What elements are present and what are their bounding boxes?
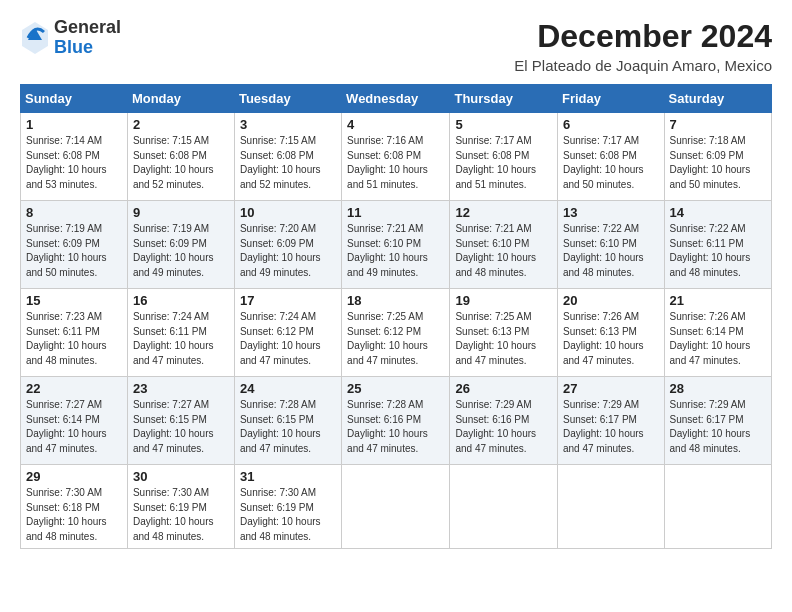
day-info: Sunrise: 7:19 AMSunset: 6:09 PMDaylight:… [133, 222, 229, 280]
day-info: Sunrise: 7:25 AMSunset: 6:12 PMDaylight:… [347, 310, 444, 368]
day-info: Sunrise: 7:30 AMSunset: 6:18 PMDaylight:… [26, 486, 122, 544]
calendar-cell: 18Sunrise: 7:25 AMSunset: 6:12 PMDayligh… [342, 289, 450, 377]
day-number: 18 [347, 293, 444, 308]
calendar-cell: 24Sunrise: 7:28 AMSunset: 6:15 PMDayligh… [234, 377, 341, 465]
day-info: Sunrise: 7:22 AMSunset: 6:11 PMDaylight:… [670, 222, 766, 280]
day-info: Sunrise: 7:29 AMSunset: 6:16 PMDaylight:… [455, 398, 552, 456]
day-number: 7 [670, 117, 766, 132]
logo-icon [20, 20, 50, 56]
calendar-cell: 16Sunrise: 7:24 AMSunset: 6:11 PMDayligh… [127, 289, 234, 377]
day-number: 23 [133, 381, 229, 396]
calendar-cell: 27Sunrise: 7:29 AMSunset: 6:17 PMDayligh… [558, 377, 665, 465]
day-info: Sunrise: 7:29 AMSunset: 6:17 PMDaylight:… [563, 398, 659, 456]
calendar-row-4: 22Sunrise: 7:27 AMSunset: 6:14 PMDayligh… [21, 377, 772, 465]
day-info: Sunrise: 7:25 AMSunset: 6:13 PMDaylight:… [455, 310, 552, 368]
day-number: 4 [347, 117, 444, 132]
calendar-cell [664, 465, 771, 549]
day-info: Sunrise: 7:28 AMSunset: 6:15 PMDaylight:… [240, 398, 336, 456]
calendar-cell: 7Sunrise: 7:18 AMSunset: 6:09 PMDaylight… [664, 113, 771, 201]
calendar-cell: 14Sunrise: 7:22 AMSunset: 6:11 PMDayligh… [664, 201, 771, 289]
day-info: Sunrise: 7:15 AMSunset: 6:08 PMDaylight:… [240, 134, 336, 192]
calendar-cell: 15Sunrise: 7:23 AMSunset: 6:11 PMDayligh… [21, 289, 128, 377]
calendar-cell: 20Sunrise: 7:26 AMSunset: 6:13 PMDayligh… [558, 289, 665, 377]
calendar-cell: 17Sunrise: 7:24 AMSunset: 6:12 PMDayligh… [234, 289, 341, 377]
calendar-header-row: SundayMondayTuesdayWednesdayThursdayFrid… [21, 85, 772, 113]
day-info: Sunrise: 7:26 AMSunset: 6:13 PMDaylight:… [563, 310, 659, 368]
day-number: 2 [133, 117, 229, 132]
day-info: Sunrise: 7:16 AMSunset: 6:08 PMDaylight:… [347, 134, 444, 192]
day-info: Sunrise: 7:19 AMSunset: 6:09 PMDaylight:… [26, 222, 122, 280]
day-number: 17 [240, 293, 336, 308]
calendar-row-1: 1Sunrise: 7:14 AMSunset: 6:08 PMDaylight… [21, 113, 772, 201]
location-title: El Plateado de Joaquin Amaro, Mexico [514, 57, 772, 74]
calendar-cell: 26Sunrise: 7:29 AMSunset: 6:16 PMDayligh… [450, 377, 558, 465]
day-info: Sunrise: 7:30 AMSunset: 6:19 PMDaylight:… [133, 486, 229, 544]
day-number: 30 [133, 469, 229, 484]
header: General Blue December 2024 El Plateado d… [20, 18, 772, 74]
day-info: Sunrise: 7:28 AMSunset: 6:16 PMDaylight:… [347, 398, 444, 456]
header-wednesday: Wednesday [342, 85, 450, 113]
calendar-cell: 30Sunrise: 7:30 AMSunset: 6:19 PMDayligh… [127, 465, 234, 549]
calendar-row-3: 15Sunrise: 7:23 AMSunset: 6:11 PMDayligh… [21, 289, 772, 377]
calendar-cell: 1Sunrise: 7:14 AMSunset: 6:08 PMDaylight… [21, 113, 128, 201]
day-number: 1 [26, 117, 122, 132]
day-info: Sunrise: 7:24 AMSunset: 6:12 PMDaylight:… [240, 310, 336, 368]
day-info: Sunrise: 7:21 AMSunset: 6:10 PMDaylight:… [347, 222, 444, 280]
month-title: December 2024 [514, 18, 772, 55]
day-number: 11 [347, 205, 444, 220]
day-number: 14 [670, 205, 766, 220]
logo-general: General [54, 18, 121, 38]
day-number: 16 [133, 293, 229, 308]
calendar-cell: 6Sunrise: 7:17 AMSunset: 6:08 PMDaylight… [558, 113, 665, 201]
calendar-cell: 2Sunrise: 7:15 AMSunset: 6:08 PMDaylight… [127, 113, 234, 201]
day-info: Sunrise: 7:27 AMSunset: 6:15 PMDaylight:… [133, 398, 229, 456]
day-number: 8 [26, 205, 122, 220]
day-number: 21 [670, 293, 766, 308]
day-number: 27 [563, 381, 659, 396]
calendar-cell: 9Sunrise: 7:19 AMSunset: 6:09 PMDaylight… [127, 201, 234, 289]
day-number: 24 [240, 381, 336, 396]
day-number: 31 [240, 469, 336, 484]
day-info: Sunrise: 7:17 AMSunset: 6:08 PMDaylight:… [455, 134, 552, 192]
day-info: Sunrise: 7:26 AMSunset: 6:14 PMDaylight:… [670, 310, 766, 368]
day-info: Sunrise: 7:29 AMSunset: 6:17 PMDaylight:… [670, 398, 766, 456]
calendar-cell: 21Sunrise: 7:26 AMSunset: 6:14 PMDayligh… [664, 289, 771, 377]
calendar-cell: 22Sunrise: 7:27 AMSunset: 6:14 PMDayligh… [21, 377, 128, 465]
calendar-cell: 23Sunrise: 7:27 AMSunset: 6:15 PMDayligh… [127, 377, 234, 465]
header-thursday: Thursday [450, 85, 558, 113]
day-info: Sunrise: 7:27 AMSunset: 6:14 PMDaylight:… [26, 398, 122, 456]
calendar-cell: 19Sunrise: 7:25 AMSunset: 6:13 PMDayligh… [450, 289, 558, 377]
day-number: 13 [563, 205, 659, 220]
day-number: 22 [26, 381, 122, 396]
calendar-cell [558, 465, 665, 549]
day-info: Sunrise: 7:14 AMSunset: 6:08 PMDaylight:… [26, 134, 122, 192]
calendar-row-5: 29Sunrise: 7:30 AMSunset: 6:18 PMDayligh… [21, 465, 772, 549]
calendar-cell: 8Sunrise: 7:19 AMSunset: 6:09 PMDaylight… [21, 201, 128, 289]
calendar-cell [450, 465, 558, 549]
logo-blue: Blue [54, 38, 121, 58]
day-info: Sunrise: 7:21 AMSunset: 6:10 PMDaylight:… [455, 222, 552, 280]
logo: General Blue [20, 18, 121, 58]
calendar-cell: 5Sunrise: 7:17 AMSunset: 6:08 PMDaylight… [450, 113, 558, 201]
logo-text: General Blue [54, 18, 121, 58]
day-number: 10 [240, 205, 336, 220]
calendar-cell: 28Sunrise: 7:29 AMSunset: 6:17 PMDayligh… [664, 377, 771, 465]
day-info: Sunrise: 7:23 AMSunset: 6:11 PMDaylight:… [26, 310, 122, 368]
day-number: 20 [563, 293, 659, 308]
day-info: Sunrise: 7:17 AMSunset: 6:08 PMDaylight:… [563, 134, 659, 192]
calendar-cell: 4Sunrise: 7:16 AMSunset: 6:08 PMDaylight… [342, 113, 450, 201]
header-tuesday: Tuesday [234, 85, 341, 113]
day-number: 25 [347, 381, 444, 396]
page: General Blue December 2024 El Plateado d… [0, 0, 792, 559]
calendar-cell: 10Sunrise: 7:20 AMSunset: 6:09 PMDayligh… [234, 201, 341, 289]
day-info: Sunrise: 7:30 AMSunset: 6:19 PMDaylight:… [240, 486, 336, 544]
day-info: Sunrise: 7:18 AMSunset: 6:09 PMDaylight:… [670, 134, 766, 192]
calendar-cell: 13Sunrise: 7:22 AMSunset: 6:10 PMDayligh… [558, 201, 665, 289]
calendar-cell: 25Sunrise: 7:28 AMSunset: 6:16 PMDayligh… [342, 377, 450, 465]
header-friday: Friday [558, 85, 665, 113]
calendar-cell: 3Sunrise: 7:15 AMSunset: 6:08 PMDaylight… [234, 113, 341, 201]
day-number: 29 [26, 469, 122, 484]
day-number: 26 [455, 381, 552, 396]
header-sunday: Sunday [21, 85, 128, 113]
day-number: 12 [455, 205, 552, 220]
